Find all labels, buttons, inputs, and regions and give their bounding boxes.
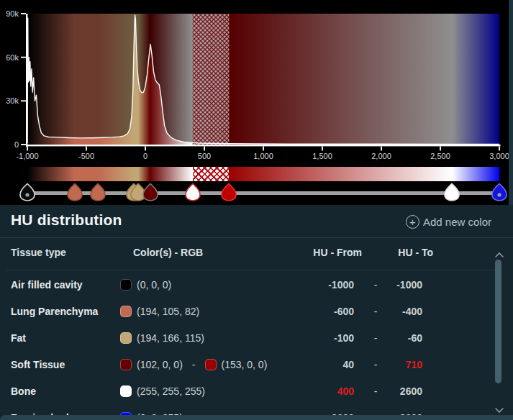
tissue-type-label: Air filled cavity bbox=[11, 279, 83, 291]
color-cell: (255, 255, 255) bbox=[120, 385, 205, 397]
column-header-hu-to: HU - To bbox=[381, 247, 433, 258]
svg-text:500: 500 bbox=[198, 152, 211, 160]
svg-text:0: 0 bbox=[14, 140, 19, 149]
table-row[interactable]: Foreign body(0, 0, 255)3000-3000 bbox=[0, 404, 513, 415]
color-marker[interactable] bbox=[444, 183, 460, 201]
header-divider bbox=[0, 237, 513, 238]
color-marker[interactable] bbox=[185, 183, 201, 201]
color-swatch[interactable] bbox=[120, 385, 132, 397]
color-marker[interactable] bbox=[221, 183, 237, 201]
color-marker[interactable] bbox=[67, 183, 83, 201]
svg-text:30k: 30k bbox=[6, 96, 19, 105]
color-swatch[interactable] bbox=[120, 359, 132, 370]
hu-from-value[interactable]: 400 bbox=[271, 385, 354, 397]
color-swatch[interactable] bbox=[205, 359, 217, 370]
table-row[interactable]: Air filled cavity(0, 0, 0)-1000--1000 bbox=[0, 271, 513, 298]
tissue-table: Air filled cavity(0, 0, 0)-1000--1000Lun… bbox=[0, 271, 513, 415]
svg-text:1,500: 1,500 bbox=[312, 152, 332, 160]
rgb-value-label: (194, 105, 82) bbox=[137, 306, 199, 317]
color-cell: (0, 0, 0) bbox=[120, 279, 171, 291]
table-row[interactable]: Soft Tissue(102, 0, 0)-(153, 0, 0)40-710 bbox=[0, 351, 513, 378]
hu-from-value[interactable]: 40 bbox=[271, 359, 354, 370]
color-swatch[interactable] bbox=[120, 306, 132, 317]
hu-distribution-panel: 0 30k 60k 90k -1,000 -500 0 500 1,000 1,… bbox=[0, 0, 513, 420]
table-row[interactable]: Fat(194, 166, 115)-100--60 bbox=[0, 324, 513, 351]
conflict-range-hatch bbox=[193, 167, 230, 181]
svg-text:0: 0 bbox=[143, 152, 147, 160]
svg-text:-500: -500 bbox=[78, 152, 94, 160]
column-header-hu-from: HU - From bbox=[281, 247, 362, 258]
add-new-color-label: Add new color bbox=[423, 216, 491, 228]
svg-text:2,000: 2,000 bbox=[371, 152, 391, 160]
page-title: HU distribution bbox=[11, 211, 122, 229]
column-header-colors-rgb: Color(s) - RGB bbox=[133, 247, 203, 258]
hu-histogram-chart: 0 30k 60k 90k -1,000 -500 0 500 1,000 1,… bbox=[0, 0, 513, 164]
column-header-tissue-type: Tissue type bbox=[11, 247, 66, 258]
color-marker[interactable] bbox=[19, 183, 35, 201]
color-range-dash: - bbox=[188, 359, 200, 370]
panel-bottom-edge bbox=[0, 415, 513, 420]
hu-from-value[interactable]: -1000 bbox=[271, 279, 354, 291]
hu-to-value[interactable]: 2600 bbox=[378, 385, 422, 397]
color-swatch[interactable] bbox=[120, 332, 132, 344]
rgb-value-label: (102, 0, 0) bbox=[137, 359, 183, 370]
color-swatch[interactable] bbox=[120, 279, 132, 291]
color-marker[interactable] bbox=[90, 183, 106, 201]
rgb-value-label: (0, 0, 0) bbox=[137, 279, 171, 291]
hu-table-panel: HU distribution + Add new color Tissue t… bbox=[0, 205, 513, 420]
add-new-color-button[interactable]: + Add new color bbox=[406, 215, 491, 229]
tissue-type-label: Bone bbox=[11, 385, 36, 397]
color-cell: (194, 166, 115) bbox=[120, 332, 204, 344]
hu-to-value[interactable]: 710 bbox=[378, 359, 422, 370]
rgb-value-label: (194, 166, 115) bbox=[137, 332, 204, 344]
add-icon: + bbox=[406, 215, 419, 229]
svg-text:60k: 60k bbox=[6, 53, 19, 62]
color-marker-slider[interactable] bbox=[0, 182, 513, 205]
hu-from-value[interactable]: -600 bbox=[271, 306, 354, 317]
color-marker[interactable] bbox=[142, 183, 158, 201]
color-cell: (194, 105, 82) bbox=[120, 306, 199, 317]
panel-edge bbox=[509, 0, 513, 205]
colormap-gradient-bar bbox=[27, 167, 499, 181]
hu-to-value[interactable]: -60 bbox=[378, 332, 422, 344]
svg-text:90k: 90k bbox=[6, 9, 19, 18]
rgb-value-label: (153, 0, 0) bbox=[222, 359, 268, 370]
svg-text:3,000: 3,000 bbox=[489, 152, 509, 160]
table-header-divider bbox=[6, 270, 495, 270]
svg-text:1,000: 1,000 bbox=[253, 152, 273, 160]
scrollbar-thumb[interactable] bbox=[495, 260, 501, 383]
svg-text:-1,000: -1,000 bbox=[16, 152, 38, 160]
chevron-up-icon bbox=[494, 252, 504, 258]
rgb-value-label: (255, 255, 255) bbox=[137, 385, 205, 397]
tissue-type-label: Soft Tissue bbox=[11, 359, 65, 370]
tissue-type-label: Fat bbox=[11, 332, 26, 344]
hu-from-value[interactable]: -100 bbox=[271, 332, 354, 344]
tissue-type-label: Lung Parenchyma bbox=[11, 306, 98, 317]
hu-to-value[interactable]: -1000 bbox=[378, 279, 422, 291]
hu-to-value[interactable]: -400 bbox=[378, 306, 422, 317]
color-marker[interactable] bbox=[491, 183, 507, 201]
svg-text:2,500: 2,500 bbox=[430, 152, 450, 160]
histogram-section: 0 30k 60k 90k -1,000 -500 0 500 1,000 1,… bbox=[0, 0, 513, 205]
table-row[interactable]: Bone(255, 255, 255)400-2600 bbox=[0, 378, 513, 404]
table-row[interactable]: Lung Parenchyma(194, 105, 82)-600--400 bbox=[0, 298, 513, 324]
chevron-down-icon bbox=[494, 407, 504, 414]
color-cell: (102, 0, 0)-(153, 0, 0) bbox=[120, 359, 267, 370]
